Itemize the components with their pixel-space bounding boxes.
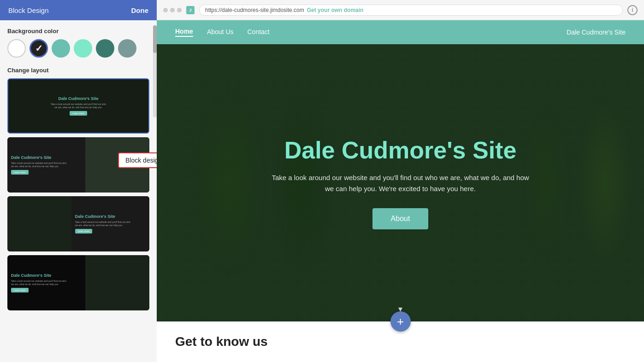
layout2-sub: Take a look around our website and you'l…	[11, 162, 66, 168]
layout4-sub: Take a look around our website and you'l…	[11, 280, 66, 286]
layout1-btn: Learn more	[70, 111, 87, 116]
layout4-image	[85, 255, 149, 310]
plus-icon: +	[397, 315, 404, 329]
layout-thumb-1[interactable]: Dale Cudmore's Site Take a look around o…	[7, 78, 149, 134]
layout2-left: Dale Cudmore's Site Take a look around o…	[7, 137, 85, 193]
swatch-teal-dark[interactable]	[96, 39, 114, 58]
hero-section: Dale Cudmore's Site Take a look around o…	[157, 44, 644, 321]
site-nav: Home About Us Contact Dale Cudmore's Sit…	[157, 20, 644, 44]
layout-grid: Dale Cudmore's Site Take a look around o…	[7, 78, 149, 310]
site-preview: Home About Us Contact Dale Cudmore's Sit…	[157, 20, 644, 362]
change-layout-label: Change layout	[7, 67, 149, 74]
hero-title: Dale Cudmore's Site	[284, 136, 517, 164]
right-panel: J https://dale-cudmores-site.jimdosite.c…	[157, 0, 644, 362]
layout4-btn: Learn more	[11, 288, 29, 292]
scrollbar-thumb[interactable]	[153, 25, 157, 53]
layout3-right: Dale Cudmore's Site Take a look around o…	[71, 196, 149, 251]
window-dot-3	[177, 8, 182, 12]
layout3-image	[7, 196, 71, 251]
browser-url-bar[interactable]: https://dale-cudmores-site.jimdosite.com…	[199, 5, 623, 16]
panel-title: Block Design	[8, 6, 49, 14]
swatch-black[interactable]: ✓	[30, 39, 48, 58]
get-domain-link[interactable]: Get your own domain	[307, 7, 364, 13]
layout2-title: Dale Cudmore's Site	[11, 155, 82, 160]
window-dot-1	[163, 8, 168, 12]
browser-favicon: J	[186, 6, 195, 14]
left-panel: Block Design Done Background color ✓ Cha…	[0, 0, 157, 362]
swatch-teal-light[interactable]	[74, 39, 92, 58]
browser-info-icon[interactable]: i	[627, 5, 638, 15]
browser-chrome: J https://dale-cudmores-site.jimdosite.c…	[157, 0, 644, 20]
add-block-button[interactable]: +	[390, 311, 411, 332]
layout3-sub: Take a look around our website and you'l…	[75, 221, 130, 227]
background-color-label: Background color	[7, 28, 149, 35]
layout-thumb-4[interactable]: Dale Cudmore's Site Take a look around o…	[7, 255, 149, 310]
hero-button[interactable]: About	[372, 208, 429, 229]
url-text: https://dale-cudmores-site.jimdosite.com	[205, 7, 304, 13]
panel-scroll-area: Background color ✓ Change layout Block d…	[0, 20, 157, 362]
hero-subtitle: Take a look around our website and you'l…	[267, 172, 534, 194]
color-swatches: ✓	[7, 39, 149, 58]
layout4-title: Dale Cudmore's Site	[11, 273, 82, 278]
browser-window-controls	[163, 8, 182, 12]
layout-thumb-3[interactable]: Dale Cudmore's Site Take a look around o…	[7, 196, 149, 251]
layout3-btn: Learn more	[75, 229, 93, 234]
window-dot-2	[170, 8, 175, 12]
get-to-know-title: Get to know us	[175, 334, 626, 349]
swatch-teal-mid[interactable]	[52, 39, 70, 58]
block-design-button[interactable]: Block design	[118, 152, 157, 168]
layout3-title: Dale Cudmore's Site	[75, 214, 146, 219]
hero-content: Dale Cudmore's Site Take a look around o…	[267, 136, 534, 229]
layout1-title: Dale Cudmore's Site	[58, 96, 98, 101]
swatch-gray[interactable]	[118, 39, 136, 58]
nav-link-about[interactable]: About Us	[207, 28, 234, 36]
nav-link-home[interactable]: Home	[175, 28, 193, 37]
panel-header: Block Design Done	[0, 0, 157, 20]
done-button[interactable]: Done	[131, 6, 149, 14]
layout4-left: Dale Cudmore's Site Take a look around o…	[7, 255, 85, 310]
nav-brand: Dale Cudmore's Site	[567, 29, 626, 36]
layout1-sub: Take a look around our website and you'l…	[51, 103, 106, 109]
layout2-btn: Learn more	[11, 170, 29, 175]
swatch-white[interactable]	[7, 39, 26, 58]
checkmark-icon: ✓	[35, 43, 43, 54]
nav-link-contact[interactable]: Contact	[248, 28, 270, 36]
block-design-bar: Block design	[118, 152, 157, 169]
scrollbar[interactable]	[153, 25, 157, 117]
